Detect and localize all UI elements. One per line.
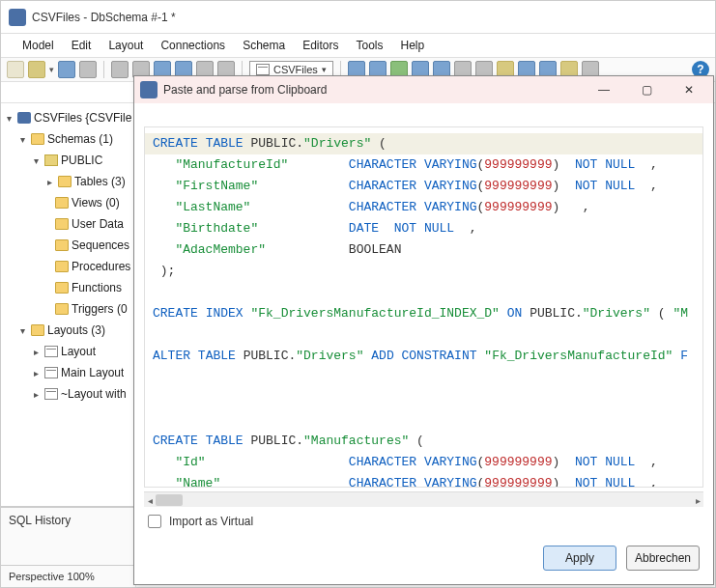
perspective-status[interactable]: Perspective 100%: [1, 566, 136, 587]
scroll-left-icon[interactable]: ◂: [144, 492, 156, 508]
tree-label: Sequences: [72, 238, 129, 252]
folder-icon: [31, 324, 44, 336]
scroll-right-icon[interactable]: ▸: [692, 492, 703, 508]
tree-panel: ▾ CSVFiles {CSVFile ▾ Schemas (1) ▾ PUBL…: [1, 103, 136, 587]
toolbar-open-icon[interactable]: [28, 61, 45, 78]
schema-icon: [44, 154, 58, 166]
tree-label: Views (0): [72, 196, 120, 210]
app-icon: [9, 9, 26, 26]
menu-connections[interactable]: Connections: [160, 39, 225, 52]
tree-root[interactable]: ▾ CSVFiles {CSVFile: [1, 107, 135, 128]
tree-procedures[interactable]: Procedures: [1, 256, 135, 277]
collapse-icon[interactable]: ▾: [30, 155, 42, 166]
tree-label: Tables (3): [74, 175, 126, 188]
tree-label: CSVFiles {CSVFile: [34, 111, 131, 125]
tree-sequences[interactable]: Sequences: [1, 235, 135, 256]
dialog-title: Paste and parse from Clipboard: [163, 83, 327, 97]
folder-icon: [58, 176, 72, 187]
toolbar-new-icon[interactable]: [7, 61, 24, 78]
tree-label: Functions: [72, 281, 122, 294]
maximize-icon[interactable]: ▢: [634, 80, 659, 99]
layout-icon: [44, 367, 58, 378]
tree-label: ~Layout with: [61, 387, 127, 401]
menu-bar: Model Edit Layout Connections Schema Edi…: [1, 34, 715, 57]
tree-schemas[interactable]: ▾ Schemas (1): [1, 128, 135, 150]
menu-layout[interactable]: Layout: [108, 39, 143, 52]
apply-button[interactable]: Apply: [543, 546, 616, 571]
folder-icon: [55, 218, 69, 230]
title-bar: CSVFiles - DbSchema #-1 *: [1, 1, 715, 34]
layout-icon: [44, 388, 58, 400]
paste-parse-dialog: Paste and parse from Clipboard — ▢ ✕ CRE…: [133, 75, 714, 585]
tree-label: Layouts (3): [47, 323, 105, 337]
import-virtual-checkbox[interactable]: [148, 515, 161, 528]
expand-icon[interactable]: ▸: [30, 368, 42, 378]
project-tree: ▾ CSVFiles {CSVFile ▾ Schemas (1) ▾ PUBL…: [1, 103, 135, 408]
toolbar-print-icon[interactable]: [79, 61, 97, 78]
toolbar-undo-icon[interactable]: [111, 61, 129, 78]
cancel-button[interactable]: Abbrechen: [626, 546, 700, 571]
tree-layouts[interactable]: ▾ Layouts (3): [1, 320, 135, 341]
chevron-down-icon[interactable]: ▾: [322, 65, 327, 74]
dialog-title-bar[interactable]: Paste and parse from Clipboard — ▢ ✕: [134, 76, 713, 103]
dialog-buttons: Apply Abbrechen: [134, 536, 713, 584]
menu-editors[interactable]: Editors: [302, 39, 338, 52]
tree-layout-3[interactable]: ▸ ~Layout with: [1, 383, 135, 405]
menu-edit[interactable]: Edit: [72, 39, 92, 52]
sql-code-area[interactable]: CREATE TABLE PUBLIC."Drivers" ( "Manufac…: [144, 126, 703, 488]
import-virtual-label: Import as Virtual: [169, 515, 253, 528]
collapse-icon[interactable]: ▾: [16, 134, 28, 145]
minimize-icon[interactable]: —: [591, 80, 616, 99]
tree-label: Procedures: [72, 260, 130, 273]
layout-icon: [256, 64, 270, 75]
scroll-thumb[interactable]: [156, 494, 183, 506]
tree-userdata[interactable]: User Data: [1, 213, 135, 235]
bottom-panels: SQL History Perspective 100%: [1, 506, 136, 587]
folder-icon: [55, 239, 69, 251]
folder-icon: [55, 282, 69, 294]
folder-icon: [55, 261, 69, 272]
tree-functions[interactable]: Functions: [1, 277, 135, 298]
collapse-icon[interactable]: ▾: [16, 325, 28, 336]
dialog-icon: [140, 81, 158, 98]
close-icon[interactable]: ✕: [676, 80, 702, 99]
tree-layout-2[interactable]: ▸ Main Layout: [1, 362, 135, 383]
tree-label: Main Layout: [61, 366, 124, 379]
folder-icon: [31, 133, 44, 145]
expand-icon[interactable]: ▸: [30, 347, 42, 357]
chevron-down-icon[interactable]: ▾: [49, 65, 54, 74]
menu-model[interactable]: Model: [22, 39, 54, 52]
folder-icon: [55, 197, 69, 209]
sql-code-text: CREATE TABLE PUBLIC."Drivers" ( "Manufac…: [145, 127, 702, 488]
menu-schema[interactable]: Schema: [243, 39, 285, 52]
layout-tab-label: CSVFiles: [273, 64, 318, 75]
expand-icon[interactable]: ▸: [30, 389, 42, 400]
tree-label: User Data: [72, 217, 124, 231]
tree-label: PUBLIC: [61, 154, 102, 167]
tree-label: Triggers (0: [72, 302, 128, 316]
tree-public[interactable]: ▾ PUBLIC: [1, 150, 135, 171]
tree-tables[interactable]: ▸ Tables (3): [1, 171, 135, 192]
menu-tools[interactable]: Tools: [357, 39, 384, 52]
database-icon: [17, 112, 31, 124]
sql-history-panel[interactable]: SQL History: [1, 508, 136, 566]
layout-icon: [44, 346, 58, 357]
window-title: CSVFiles - DbSchema #-1 *: [32, 11, 176, 24]
tree-views[interactable]: Views (0): [1, 192, 135, 213]
collapse-icon[interactable]: ▾: [3, 113, 14, 124]
expand-icon[interactable]: ▸: [43, 177, 55, 187]
folder-icon: [55, 303, 69, 315]
tree-label: Schemas (1): [47, 132, 113, 146]
options-row: Import as Virtual: [134, 507, 713, 536]
tree-label: Layout: [61, 345, 96, 358]
tree-layout-1[interactable]: ▸ Layout: [1, 341, 135, 362]
horizontal-scrollbar[interactable]: ◂ ▸: [144, 491, 703, 507]
toolbar-save-icon[interactable]: [58, 61, 75, 78]
menu-help[interactable]: Help: [401, 39, 425, 52]
tree-triggers[interactable]: Triggers (0: [1, 298, 135, 320]
